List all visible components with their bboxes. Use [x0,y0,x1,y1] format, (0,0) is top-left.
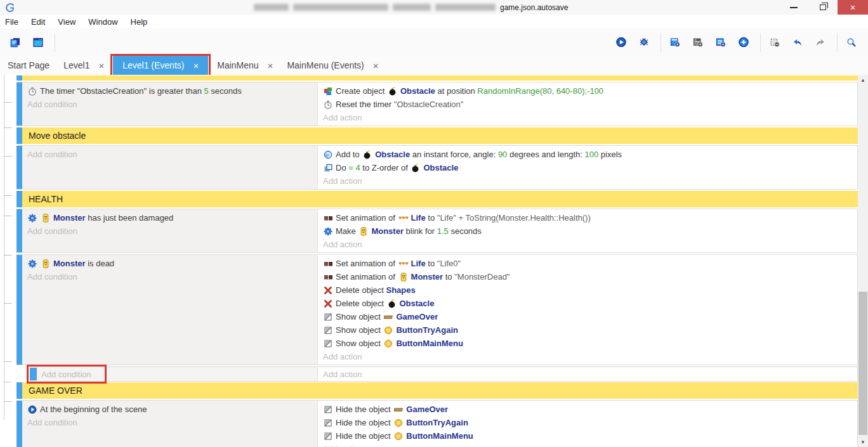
project-manager-button[interactable] [5,31,28,54]
tab-level1[interactable]: Level1× [56,56,111,75]
action-line[interactable]: Add to Obstacle an instant force, angle:… [323,148,857,161]
visibility-icon [323,326,333,335]
debug-button[interactable] [634,31,657,54]
action-line[interactable]: Set animation of Life to "Life" + ToStri… [323,211,857,224]
text-segment: Obstacle [400,86,435,96]
action-line[interactable]: Create object Obstacle at position Rando… [323,84,857,98]
text-segment: Create object [336,86,387,96]
text-segment: ButtonMainMenu [396,339,463,348]
redo-button[interactable] [810,31,833,54]
action-line[interactable]: Make Monster blink for 1.5 seconds [323,224,857,238]
play-button[interactable] [611,31,634,54]
tab-mainmenu-events[interactable]: MainMenu (Events)× [280,56,385,75]
action-line[interactable]: Show object ButtonTryAgain [323,323,857,337]
group-label: GAME OVER [22,382,858,399]
undo-button[interactable] [787,31,810,54]
vertical-scrollbar[interactable]: ▲ ▼ [858,75,868,447]
add-condition-button[interactable]: Add condition [41,370,91,379]
scene-editor-button[interactable] [28,31,51,54]
condition-line[interactable]: Monster is dead [27,257,317,270]
add-action-button[interactable]: Add action [323,350,857,363]
add-action-button[interactable]: Add action [323,443,857,447]
action-line[interactable]: Delete object Obstacle [323,297,857,310]
event-selection-bar[interactable] [16,255,22,365]
action-line[interactable]: Show object GameOver [323,310,857,323]
tab-label: Level1 [63,60,89,70]
add-subevent-button[interactable] [688,31,711,54]
minimize-button[interactable] [779,0,808,15]
delete-event-button[interactable] [765,31,787,54]
close-tab-icon[interactable]: × [373,60,379,71]
add-condition-button[interactable]: Add condition [27,270,317,283]
action-line[interactable]: Reset the timer "ObstacleCreation" [323,98,857,111]
menu-help[interactable]: Help [124,15,154,29]
event-selection-bar[interactable] [16,209,22,252]
add-action-button[interactable]: Add action [323,174,857,188]
tab-level1-events[interactable]: Level1 (Events)× [113,56,208,75]
action-line[interactable]: Set animation of Life to "Life0" [323,257,857,270]
title-redacted-text [293,4,388,11]
condition-line[interactable]: At the beginning of the scene [27,403,317,416]
zorder-icon [323,164,333,172]
text-segment: Reset the timer [336,100,394,109]
restore-button[interactable] [808,0,838,15]
add-condition-button[interactable]: Add condition [27,148,317,161]
add-event-button[interactable] [665,31,688,54]
event-selection-bar[interactable] [16,401,22,447]
toolbar [0,29,868,56]
action-line[interactable]: Set animation of Monster to "MonsterDead… [323,270,857,283]
action-line[interactable]: Hide the object GameOver [323,403,857,416]
close-tab-icon[interactable]: × [193,60,199,71]
menu-view[interactable]: View [51,15,82,29]
add-condition-button[interactable]: Add condition [27,416,317,429]
menu-file[interactable]: File [0,15,25,29]
text-segment: 100 [585,150,599,159]
tab-start-page[interactable]: Start Page [0,56,56,75]
condition-line[interactable]: Monster has just been damaged [27,211,317,224]
event-selection-bar [16,382,22,399]
scroll-up-arrow-icon[interactable]: ▲ [858,75,868,85]
menu-bar: FileEditViewWindowHelp [0,15,868,29]
add-comment-button[interactable] [711,31,733,54]
action-line[interactable]: Delete object Shapes [323,283,857,297]
add-action-button[interactable]: Add action [323,238,857,251]
health-icon [27,259,37,268]
event-selection-bar[interactable] [30,368,37,380]
delete-icon [323,286,333,295]
event-row: Monster has just been damagedAdd conditi… [16,209,858,253]
menu-edit[interactable]: Edit [25,15,51,29]
close-tab-icon[interactable]: × [268,60,273,71]
event-selection-bar[interactable] [16,146,22,189]
add-condition-button[interactable]: Add condition [27,98,317,111]
event-selection-bar[interactable] [16,82,22,126]
menu-window[interactable]: Window [82,15,124,29]
animation-icon [323,273,333,282]
close-button[interactable]: × [838,0,868,15]
group-row-partial[interactable] [16,75,858,81]
action-line[interactable]: Do = 4 to Z-order of Obstacle [323,161,857,174]
add-circle-button[interactable] [733,31,756,54]
add-action-button[interactable]: Add action [323,111,857,124]
close-tab-icon[interactable]: × [98,60,104,71]
tree-tick [4,156,11,157]
group-row[interactable]: HEALTH [16,191,858,207]
scrollbar-thumb[interactable] [858,292,867,435]
add-action-button[interactable]: Add action [323,370,362,379]
search-button[interactable] [841,31,864,54]
action-line[interactable]: Hide the object ButtonTryAgain [323,416,857,429]
group-row[interactable]: GAME OVER [16,382,858,399]
text-segment: to Z-order of [360,163,411,172]
add-condition-button[interactable]: Add condition [27,224,317,238]
delete-event-icon [770,38,780,47]
condition-line[interactable]: The timer "ObstacleCreation" is greater … [27,84,317,98]
actions-column: Create object Obstacle at position Rando… [317,82,857,126]
toolbar-separator [837,33,838,52]
text-segment: "MonsterDead" [454,272,510,282]
action-line[interactable]: Show object ButtonMainMenu [323,337,857,350]
scroll-down-arrow-icon[interactable]: ▼ [858,437,868,447]
button-icon [383,326,393,335]
group-row[interactable]: Move obstacle [16,127,858,144]
action-line[interactable]: Hide the object ButtonMainMenu [323,429,857,443]
tab-mainmenu[interactable]: MainMenu× [210,56,280,75]
text-segment: The timer "ObstacleCreation" is greater … [40,86,204,96]
